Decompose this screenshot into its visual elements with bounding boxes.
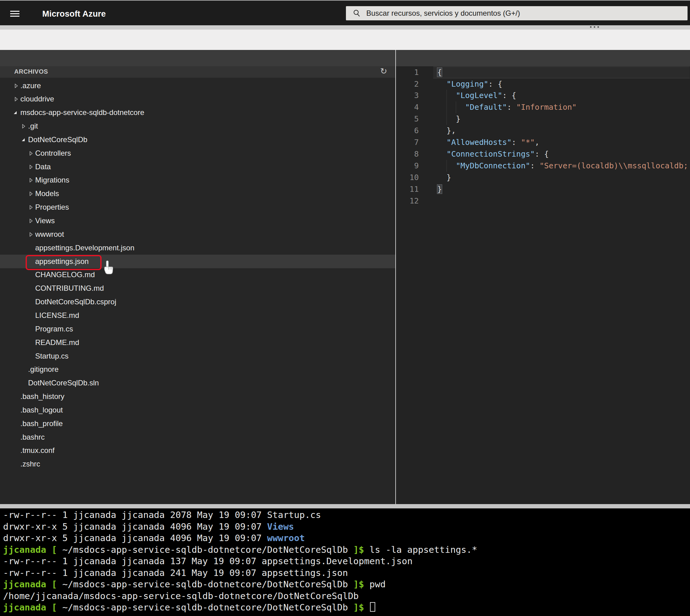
code-line-6: 6}, — [396, 125, 690, 137]
terminal-line: jjcanada [ ~/msdocs-app-service-sqldb-do… — [3, 579, 386, 590]
tree-item-data[interactable]: Data — [0, 160, 395, 174]
tree-item-label: .bash_profile — [20, 419, 63, 428]
tree-item--bashrc[interactable]: .bashrc — [0, 431, 395, 444]
tree-item-msdocs-app-service-sqldb-dotnetcore[interactable]: msdocs-app-service-sqldb-dotnetcore — [0, 106, 395, 119]
tree-item-label: DotNetCoreSqlDb — [28, 135, 87, 144]
tree-item--tmux-conf[interactable]: .tmux.conf — [0, 444, 395, 457]
tree-item-label: .bash_history — [20, 392, 64, 401]
tree-item-label: appsettings.Development.json — [35, 244, 134, 252]
azure-top-bar: Microsoft Azure Buscar recursos, servici… — [0, 1, 690, 25]
tree-item--git[interactable]: .git — [0, 119, 395, 133]
tree-item-label: .git — [28, 122, 38, 130]
tree-item-dotnetcoresqldb-csproj[interactable]: DotNetCoreSqlDb.csproj — [0, 295, 395, 309]
files-panel-header: ARCHIVOS ↻ — [0, 66, 395, 78]
hamburger-menu-icon[interactable] — [10, 11, 19, 17]
global-search-input[interactable]: Buscar recursos, servicios y documentos … — [346, 6, 688, 20]
code-editor[interactable]: 1{2"Logging": {3"LogLevel": {4"Default":… — [396, 66, 690, 504]
code-line-7: 7"AllowedHosts": "*", — [396, 137, 690, 148]
tree-item-label: Migrations — [35, 176, 69, 184]
tree-item-license-md[interactable]: LICENSE.md — [0, 309, 395, 322]
tree-item--zshrc[interactable]: .zshrc — [0, 457, 395, 471]
line-number: 3 — [396, 90, 419, 102]
tree-item-readme-md[interactable]: README.md — [0, 336, 395, 349]
triangle-expanded-icon — [21, 137, 25, 142]
terminal-line: drwxr-xr-x 5 jjcanada jjcanada 4096 May … — [3, 521, 294, 533]
tree-item-label: .tmux.conf — [20, 446, 55, 455]
tree-item--bash-logout[interactable]: .bash_logout — [0, 403, 395, 417]
tree-item-views[interactable]: Views — [0, 214, 395, 227]
chevron-right-icon — [29, 151, 33, 156]
line-number: 11 — [396, 183, 419, 195]
tree-item-label: .bashrc — [20, 433, 45, 441]
tree-item-label: README.md — [35, 338, 79, 347]
bash-terminal[interactable]: -rw-r--r-- 1 jjcanada jjcanada 2078 May … — [0, 508, 690, 616]
tree-item-label: clouddrive — [20, 95, 54, 103]
tree-item--azure[interactable]: .azure — [0, 79, 395, 92]
tree-item-label: Controllers — [35, 149, 71, 157]
code-line-8: 8"ConnectionStrings": { — [396, 148, 690, 160]
tree-item-label: DotNetCoreSqlDb.csproj — [35, 298, 116, 306]
line-number: 10 — [396, 172, 419, 183]
chevron-right-icon — [29, 205, 33, 210]
code-line-3: 3"LogLevel": { — [396, 90, 690, 102]
tree-item--gitignore[interactable]: .gitignore — [0, 362, 395, 376]
tree-item-label: Program.cs — [35, 325, 73, 333]
search-icon — [353, 9, 361, 17]
azure-cloud-shell-screen: Microsoft Azure Buscar recursos, servici… — [0, 0, 690, 616]
terminal-line: jjcanada [ ~/msdocs-app-service-sqldb-do… — [3, 544, 477, 556]
selected-file-highlight-box — [26, 255, 102, 270]
tree-item-label: .bash_logout — [20, 406, 63, 414]
tree-item-label: wwwroot — [35, 230, 64, 239]
line-number: 7 — [396, 137, 419, 148]
hand-pointer-cursor-icon — [102, 260, 114, 275]
tree-item-label: Startup.cs — [35, 352, 68, 360]
tree-item-label: Models — [35, 189, 59, 198]
code-line-4: 4"Default": "Information" — [396, 102, 690, 113]
terminal-line: drwxr-xr-x 5 jjcanada jjcanada 4096 May … — [3, 532, 305, 544]
chevron-right-icon — [29, 232, 33, 237]
tree-item-wwwroot[interactable]: wwwroot — [0, 227, 395, 241]
chevron-right-icon — [29, 219, 33, 223]
code-line-5: 5} — [396, 113, 690, 125]
line-number: 1 — [396, 67, 419, 78]
chevron-right-icon — [22, 124, 26, 129]
code-line-1: 1{ — [396, 67, 690, 78]
tree-item-startup-cs[interactable]: Startup.cs — [0, 349, 395, 363]
code-line-9: 9"MyDbConnection": "Server=(localdb)\\ms… — [396, 160, 690, 172]
tree-item-dotnetcoresqldb-sln[interactable]: DotNetCoreSqlDb.sln — [0, 376, 395, 390]
line-number: 8 — [396, 148, 419, 160]
code-line-10: 10} — [396, 172, 690, 183]
tree-item-contributing-md[interactable]: CONTRIBUTING.md — [0, 282, 395, 295]
tree-item-label: .azure — [20, 81, 41, 90]
line-number: 5 — [396, 113, 419, 125]
tree-item--bash-profile[interactable]: .bash_profile — [0, 417, 395, 431]
tree-item-migrations[interactable]: Migrations — [0, 173, 395, 187]
tree-item--bash-history[interactable]: .bash_history — [0, 390, 395, 403]
tree-item-dotnetcoresqldb[interactable]: DotNetCoreSqlDb — [0, 133, 395, 147]
chevron-right-icon — [29, 164, 33, 169]
line-number: 12 — [396, 195, 419, 207]
tree-item-program-cs[interactable]: Program.cs — [0, 322, 395, 336]
scroll-strip — [0, 25, 690, 29]
tree-item-label: CHANGELOG.md — [35, 270, 95, 279]
triangle-expanded-icon — [13, 110, 17, 115]
chevron-right-icon — [29, 178, 33, 182]
tree-item-clouddrive[interactable]: clouddrive — [0, 92, 395, 106]
tree-item-controllers[interactable]: Controllers — [0, 147, 395, 160]
search-placeholder: Buscar recursos, servicios y documentos … — [366, 9, 520, 18]
tree-item-models[interactable]: Models — [0, 187, 395, 200]
tree-item-properties[interactable]: Properties — [0, 200, 395, 214]
chevron-right-icon — [15, 97, 18, 102]
tree-item-label: msdocs-app-service-sqldb-dotnetcore — [20, 108, 144, 117]
refresh-icon[interactable]: ↻ — [380, 66, 387, 76]
tree-item-appsettings-development-json[interactable]: appsettings.Development.json — [0, 241, 395, 255]
tree-item-label: Views — [35, 216, 55, 225]
editor-terminal-divider[interactable] — [0, 504, 690, 508]
code-line-11: 11} — [396, 183, 690, 195]
tree-item-label: .gitignore — [28, 365, 59, 374]
tree-item-label: DotNetCoreSqlDb.sln — [28, 379, 99, 387]
terminal-cursor — [370, 602, 375, 612]
editor-tab-bar: appsettings.json — [0, 50, 690, 66]
ellipsis-icon[interactable] — [590, 26, 602, 29]
code-line-2: 2"Logging": { — [396, 78, 690, 90]
